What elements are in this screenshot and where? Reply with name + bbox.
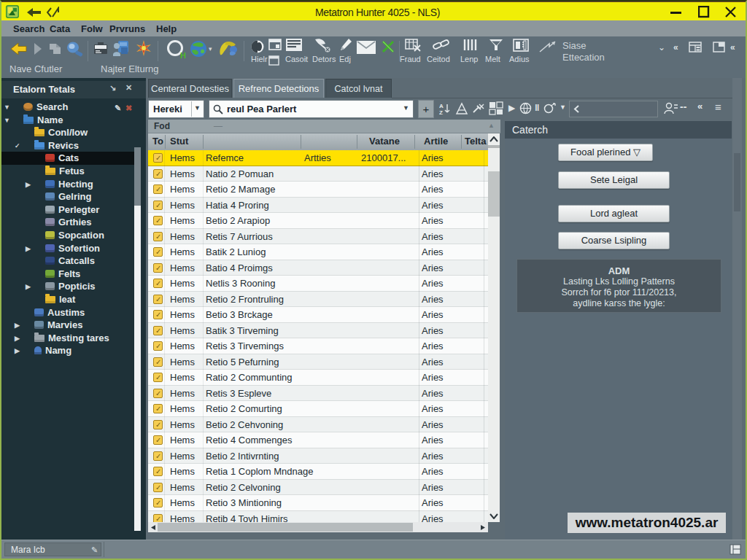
svg-text:H: H xyxy=(180,51,186,60)
svg-text:Z: Z xyxy=(439,109,443,115)
svg-text:A: A xyxy=(439,103,444,109)
